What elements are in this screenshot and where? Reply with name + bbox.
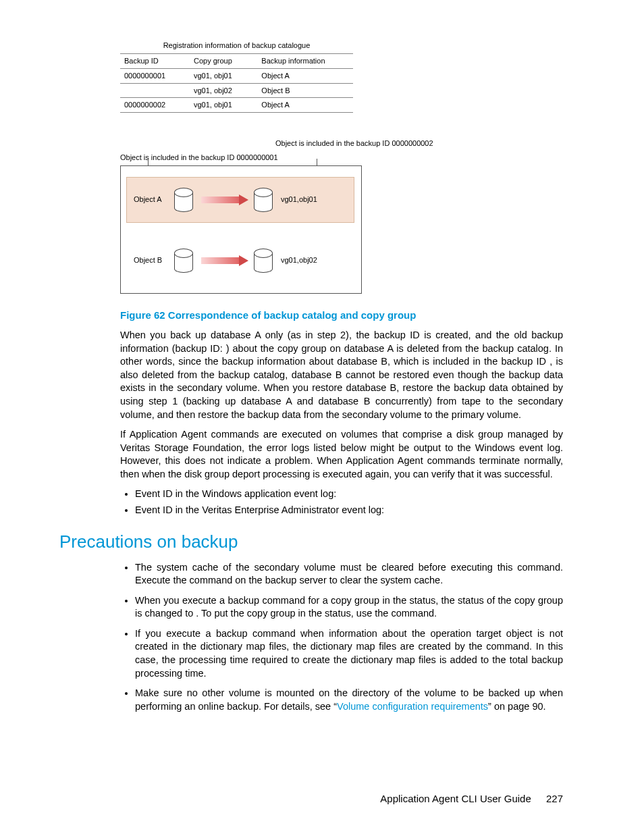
footer-title: Application Agent CLI User Guide <box>380 793 531 804</box>
vg-label: vg01,obj01 <box>281 194 317 205</box>
tick-icon <box>148 159 149 165</box>
catalog-table: Backup ID Copy group Backup information … <box>120 53 353 113</box>
list-item: The system cache of the secondary volume… <box>135 561 563 588</box>
object-label: Object B <box>134 255 174 265</box>
object-label: Object A <box>134 194 174 205</box>
section-heading: Precautions on backup <box>59 530 563 554</box>
table-row: 0000000001 vg01, obj01 Object A <box>120 68 353 83</box>
diagram-row-b: Object B vg01,obj02 <box>126 238 354 284</box>
cylinder-icon <box>254 188 273 212</box>
figure-caption: Figure 62 Correspondence of backup catal… <box>120 309 563 322</box>
cylinder-icon <box>254 249 273 273</box>
arrow-icon <box>201 194 248 205</box>
diagram-row-a: Object A vg01,obj01 <box>126 177 354 223</box>
event-list: Event ID in the Windows application even… <box>120 488 563 517</box>
cylinder-icon <box>174 249 193 273</box>
th-backup-info: Backup information <box>242 53 353 68</box>
table-row: vg01, obj02 Object B <box>120 83 353 98</box>
tick-icon <box>317 159 317 165</box>
paragraph: If Application Agent commands are execut… <box>120 428 563 481</box>
arrow-icon <box>201 255 248 266</box>
diagram: Object A vg01,obj01 Object B vg01,obj02 <box>120 165 362 294</box>
diagram-label-2: Object is included in the backup ID 0000… <box>275 138 563 149</box>
vg-label: vg01,obj02 <box>281 255 317 265</box>
list-item: Make sure no other volume is mounted on … <box>135 687 563 713</box>
precautions-list: The system cache of the secondary volume… <box>120 561 563 714</box>
table-title: Registration information of backup catal… <box>120 41 353 51</box>
list-item: When you execute a backup command for a … <box>135 594 563 621</box>
paragraph: When you back up database A only (as in … <box>120 329 563 421</box>
list-item: If you execute a backup command when inf… <box>135 627 563 680</box>
diagram-label-1: Object is included in the backup ID 0000… <box>120 153 563 163</box>
diagram-labels: Object is included in the backup ID 0000… <box>120 138 563 163</box>
list-item: Event ID in the Veritas Enterprise Admin… <box>135 504 563 517</box>
page-number: 227 <box>546 793 563 804</box>
th-copy-group: Copy group <box>183 53 242 68</box>
page-footer: Application Agent CLI User Guide 227 <box>380 792 563 806</box>
link-volume-config[interactable]: Volume configuration requirements <box>337 701 488 712</box>
catalog-table-block: Registration information of backup catal… <box>120 41 353 113</box>
cylinder-icon <box>174 188 193 212</box>
th-backup-id: Backup ID <box>120 53 183 68</box>
list-item: Event ID in the Windows application even… <box>135 488 563 501</box>
table-row: 0000000002 vg01, obj01 Object A <box>120 98 353 113</box>
